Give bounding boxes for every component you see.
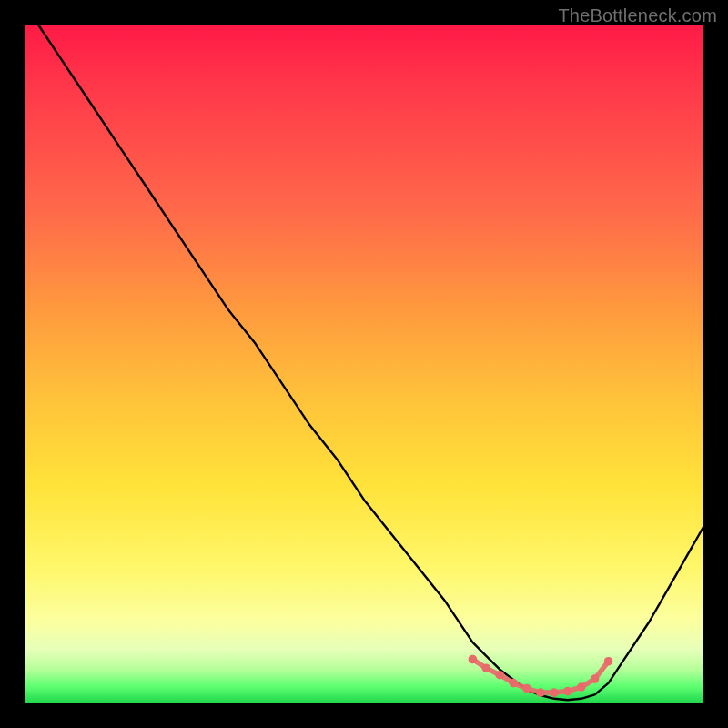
- svg-point-7: [563, 687, 572, 696]
- svg-point-2: [495, 671, 504, 680]
- svg-point-5: [536, 688, 545, 697]
- curve-svg: [25, 25, 703, 703]
- svg-point-6: [550, 688, 559, 697]
- watermark-text: TheBottleneck.com: [558, 5, 717, 26]
- plot-area: [25, 25, 703, 703]
- chart-frame: TheBottleneck.com: [0, 0, 728, 728]
- curve-line: [38, 25, 703, 700]
- svg-point-4: [522, 684, 531, 693]
- svg-point-8: [577, 682, 586, 692]
- svg-point-3: [509, 679, 518, 688]
- svg-point-0: [469, 655, 478, 664]
- svg-point-9: [591, 674, 600, 683]
- svg-point-1: [482, 663, 491, 672]
- svg-point-10: [604, 657, 613, 666]
- bottom-markers: [469, 655, 613, 697]
